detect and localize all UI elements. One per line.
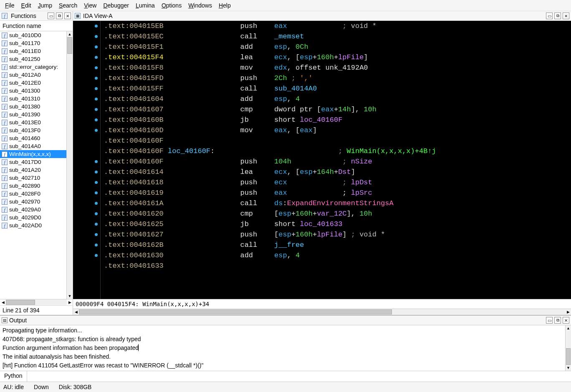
disasm-line[interactable]: .text:004015EC call _memset	[104, 31, 571, 42]
function-row[interactable]: fsub_4029A0	[0, 206, 66, 214]
function-row[interactable]: fstd::error_category:	[0, 63, 66, 71]
breakpoint-dot[interactable]	[95, 244, 98, 246]
scroll-up-icon[interactable]: ▲	[67, 31, 73, 37]
functions-list[interactable]: fsub_4010D0fsub_401170fsub_4011E0fsub_40…	[0, 31, 66, 299]
disasm-line[interactable]: .text:00401627 push [esp+160h+lpFile] ; …	[104, 229, 571, 240]
disasm-hscroll[interactable]: ◀ ▶	[73, 309, 571, 315]
breakpoint-dot[interactable]	[95, 212, 98, 215]
function-row[interactable]: fsub_402890	[0, 182, 66, 190]
disasm-line[interactable]: .text:00401630 add esp, 4	[104, 250, 571, 261]
function-row[interactable]: fsub_4014A0	[0, 142, 66, 150]
python-button[interactable]: Python	[0, 371, 27, 382]
panel-close-icon[interactable]: ✕	[563, 317, 569, 324]
function-row[interactable]: fsub_4012A0	[0, 71, 66, 79]
disasm-gutter[interactable]	[73, 21, 101, 299]
function-row[interactable]: fsub_401A20	[0, 166, 66, 174]
disasm-line[interactable]: .text:004015F8 mov edx, offset unk_4192A…	[104, 63, 571, 73]
menu-edit[interactable]: Edit	[18, 1, 35, 10]
panel-restore-icon[interactable]: ▭	[546, 13, 553, 19]
function-row[interactable]: fsub_401310	[0, 95, 66, 103]
breakpoint-dot[interactable]	[95, 45, 98, 48]
breakpoint-dot[interactable]	[95, 56, 98, 59]
scroll-thumb[interactable]	[79, 309, 392, 314]
scroll-up-icon[interactable]: ▲	[566, 325, 571, 331]
breakpoint-dot[interactable]	[95, 202, 98, 205]
disasm-line[interactable]: .text:0040162B call j__free	[104, 240, 571, 250]
panel-restore-icon[interactable]: ▭	[48, 13, 54, 19]
breakpoint-dot[interactable]	[95, 108, 98, 111]
scroll-thumb[interactable]	[67, 37, 72, 54]
disasm-line[interactable]: .text:004015F1 add esp, 0Ch	[104, 42, 571, 52]
scroll-right-icon[interactable]: ▶	[67, 299, 73, 305]
breakpoint-dot[interactable]	[95, 35, 98, 38]
scroll-thumb[interactable]	[6, 300, 35, 305]
breakpoint-dot[interactable]	[95, 223, 98, 226]
breakpoint-dot[interactable]	[95, 254, 98, 257]
menu-file[interactable]: File	[2, 1, 18, 10]
disasm-line[interactable]: .text:0040160F push 104h ; nSize	[104, 156, 571, 167]
function-row[interactable]: fsub_4013E0	[0, 118, 66, 126]
disasm-line[interactable]: .text:0040160D mov eax, [eax]	[104, 125, 571, 136]
breakpoint-dot[interactable]	[95, 118, 98, 121]
panel-close-icon[interactable]: ✕	[64, 13, 71, 19]
function-row[interactable]: fsub_402970	[0, 198, 66, 206]
disasm-line[interactable]: .text:00401614 lea ecx, [esp+164h+Dst]	[104, 167, 571, 177]
panel-dock-icon[interactable]: ⧉	[554, 13, 561, 19]
panel-restore-icon[interactable]: ▭	[546, 317, 553, 324]
breakpoint-dot[interactable]	[95, 25, 98, 28]
function-row[interactable]: fsub_401300	[0, 87, 66, 95]
menu-jump[interactable]: Jump	[35, 1, 56, 10]
breakpoint-dot[interactable]	[95, 160, 98, 163]
function-row[interactable]: fsub_4013F0	[0, 126, 66, 134]
disasm-line[interactable]: .text:00401620 cmp [esp+160h+var_12C], 1…	[104, 209, 571, 219]
panel-close-icon[interactable]: ✕	[563, 13, 569, 19]
panel-dock-icon[interactable]: ⧉	[56, 13, 63, 19]
breakpoint-dot[interactable]	[95, 233, 98, 236]
scroll-left-icon[interactable]: ◀	[0, 299, 6, 305]
scroll-down-icon[interactable]: ▼	[67, 293, 73, 299]
disasm-text[interactable]: .text:004015EB push eax ; void *.text:00…	[101, 21, 571, 299]
menu-help[interactable]: Help	[215, 1, 234, 10]
function-row[interactable]: fsub_4017D0	[0, 158, 66, 166]
breakpoint-dot[interactable]	[95, 77, 98, 80]
breakpoint-dot[interactable]	[95, 129, 98, 132]
breakpoint-dot[interactable]	[95, 66, 98, 69]
function-row[interactable]: fsub_402AD0	[0, 221, 66, 229]
disasm-line[interactable]: .text:00401618 push ecx ; lpDst	[104, 177, 571, 188]
function-row[interactable]: fsub_401380	[0, 103, 66, 111]
disasm-line[interactable]: .text:00401625 jb short loc_401633	[104, 219, 571, 229]
breakpoint-dot[interactable]	[95, 98, 98, 101]
output-text[interactable]: Propagating type information...407D68: p…	[0, 325, 565, 371]
python-input[interactable]	[27, 371, 571, 382]
disasm-line[interactable]: .text:004015FF call sub_4014A0	[104, 83, 571, 94]
menu-search[interactable]: Search	[56, 1, 81, 10]
disassembly-view[interactable]: .text:004015EB push eax ; void *.text:00…	[73, 21, 571, 299]
function-row[interactable]: fsub_4028F0	[0, 190, 66, 198]
menu-lumina[interactable]: Lumina	[132, 1, 158, 10]
disasm-line[interactable]: .text:0040160B jb short loc_40160F	[104, 115, 571, 125]
functions-column-header[interactable]: Function name	[0, 21, 73, 31]
disasm-line[interactable]: .text:00401619 push eax ; lpSrc	[104, 188, 571, 198]
menu-windows[interactable]: Windows	[185, 1, 215, 10]
scroll-down-icon[interactable]: ▼	[566, 365, 571, 371]
function-row[interactable]: fsub_402710	[0, 174, 66, 182]
function-row[interactable]: fsub_401390	[0, 111, 66, 118]
menu-debugger[interactable]: Debugger	[100, 1, 132, 10]
breakpoint-dot[interactable]	[95, 171, 98, 173]
scroll-left-icon[interactable]: ◀	[73, 309, 79, 315]
disasm-line[interactable]: .text:0040161A call ds:ExpandEnvironment…	[104, 198, 571, 209]
breakpoint-dot[interactable]	[95, 191, 98, 194]
scroll-right-icon[interactable]: ▶	[565, 309, 571, 315]
function-row[interactable]: fsub_4011E0	[0, 47, 66, 55]
function-row[interactable]: fsub_4029D0	[0, 214, 66, 221]
menu-options[interactable]: Options	[158, 1, 185, 10]
function-row[interactable]: fsub_401250	[0, 55, 66, 63]
scroll-thumb[interactable]	[566, 348, 571, 365]
disasm-line[interactable]: .text:004015EB push eax ; void *	[104, 21, 571, 31]
disasm-line[interactable]: .text:00401633	[104, 261, 571, 271]
panel-dock-icon[interactable]: ⧉	[554, 317, 561, 324]
breakpoint-dot[interactable]	[95, 87, 98, 90]
disasm-line[interactable]: .text:004015FD push 2Ch ; ','	[104, 73, 571, 83]
menu-view[interactable]: View	[81, 1, 100, 10]
function-row[interactable]: fsub_4010D0	[0, 31, 66, 39]
